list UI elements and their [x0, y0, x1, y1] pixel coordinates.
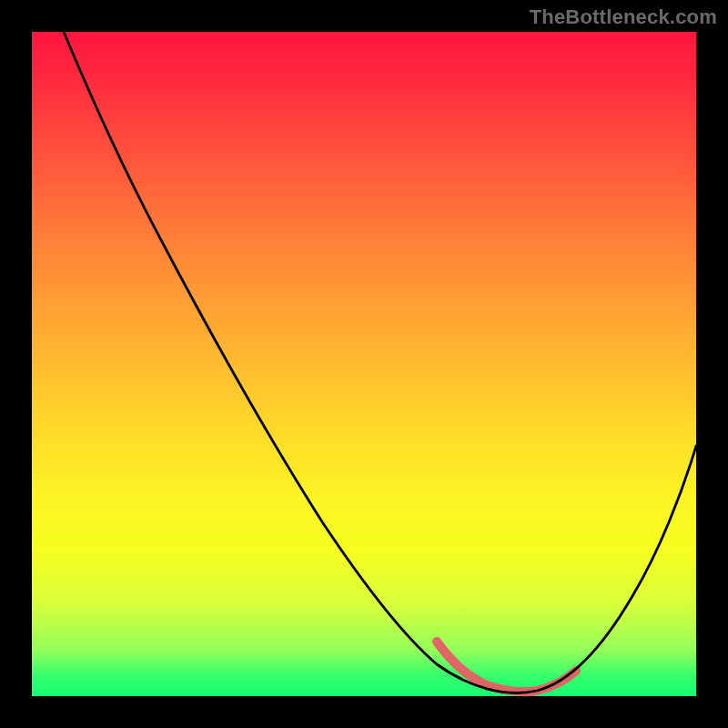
- chart-frame: TheBottleneck.com: [0, 0, 728, 728]
- curve-layer: [32, 32, 696, 696]
- plot-area: [32, 32, 696, 696]
- watermark-text: TheBottleneck.com: [530, 5, 717, 29]
- bottleneck-curve: [64, 32, 696, 693]
